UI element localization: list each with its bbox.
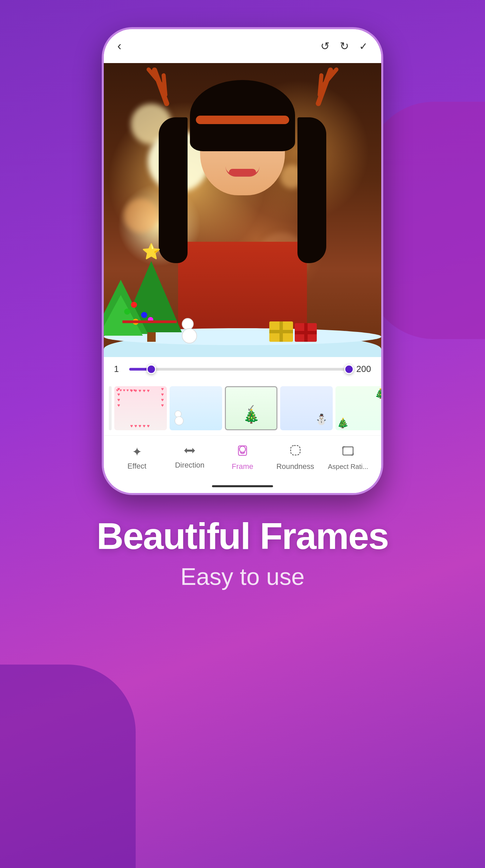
aspect-ratio-label: Aspect Rati...: [328, 463, 368, 471]
slider-thumb-left[interactable]: [147, 364, 156, 374]
toolbar-direction[interactable]: Direction: [169, 446, 210, 470]
tree-trunk: [147, 332, 156, 342]
nav-bar: ‹ ↺ ↻ ✓: [104, 29, 381, 63]
headline: Beautiful Frames: [97, 515, 388, 556]
redo-button[interactable]: ↻: [340, 40, 349, 53]
frame-icon: [236, 445, 249, 459]
frame-thumb-corner[interactable]: 🎄 🎄: [335, 386, 381, 430]
gift-box-1: [269, 321, 293, 342]
svg-rect-2: [291, 446, 300, 455]
svg-rect-3: [343, 447, 353, 455]
christmas-tree: ⭐: [121, 261, 182, 342]
aspect-ratio-icon: [342, 445, 354, 460]
effect-icon: ✦: [132, 445, 142, 459]
snowman-body: [182, 328, 197, 343]
frame-thumb-blue[interactable]: ⛄: [280, 386, 333, 430]
phone-screen: ‹ ↺ ↻ ✓: [102, 27, 383, 495]
snowman: [182, 318, 197, 343]
nav-left: ‹: [117, 39, 121, 53]
lips: [229, 169, 256, 176]
ornament-blue: [141, 312, 147, 318]
frames-strip: ♥♥♥♥♥ ♥♥♥♥♥ ♥♥♥♥ ♥♥♥♥ 🎄 ✓ ⛄: [104, 381, 381, 435]
confirm-button[interactable]: ✓: [359, 40, 368, 52]
frame-label: Frame: [232, 462, 253, 471]
frame-thumb-xmas[interactable]: 🎄 ✓: [225, 386, 277, 430]
gift-box-2: [295, 323, 317, 342]
toolbar-effect[interactable]: ✦ Effect: [117, 445, 157, 471]
gift-ribbon-v2: [304, 323, 308, 342]
gift-2: [295, 323, 317, 342]
slider-thumb-right[interactable]: [344, 364, 354, 374]
bg-wave-left: [0, 665, 136, 868]
headband: [196, 116, 289, 124]
slider-area: 1 200: [104, 357, 381, 381]
home-indicator: [104, 479, 381, 493]
toolbar-frame[interactable]: Frame: [222, 445, 263, 471]
tree-layer3: [104, 295, 143, 336]
slider-max-label: 200: [354, 364, 371, 374]
gift-ribbon-v1: [279, 321, 283, 342]
hair-right: [297, 117, 326, 263]
ornament-red: [131, 302, 137, 308]
direction-icon: [183, 446, 196, 458]
phone-mockup: ‹ ↺ ↻ ✓: [102, 27, 383, 495]
slider-track[interactable]: [129, 368, 349, 371]
hair-left: [159, 117, 188, 263]
svg-point-0: [239, 446, 246, 452]
frame-thumb-hearts[interactable]: ♥♥♥♥♥ ♥♥♥♥♥ ♥♥♥♥ ♥♥♥♥: [114, 386, 167, 430]
bg-wave-right: [366, 102, 485, 339]
toolbar-aspect-ratio[interactable]: Aspect Rati...: [328, 445, 368, 471]
effect-label: Effect: [128, 462, 147, 471]
scroll-indicator: [109, 386, 112, 430]
roundness-icon: [289, 444, 302, 459]
photo-area: ⭐: [104, 63, 381, 357]
gift-1: [269, 321, 293, 342]
undo-button[interactable]: ↺: [321, 40, 330, 53]
nav-right: ↺ ↻ ✓: [321, 40, 368, 53]
ornament-green: [124, 309, 130, 315]
bottom-text-section: Beautiful Frames Easy to use: [97, 515, 388, 590]
home-bar: [212, 485, 273, 487]
slider-min-label: 1: [114, 364, 124, 374]
selected-check: ✓: [247, 402, 256, 415]
direction-label: Direction: [175, 461, 205, 470]
back-button[interactable]: ‹: [117, 39, 121, 53]
frame-thumb-snowman[interactable]: [170, 386, 222, 430]
christmas-scene: ⭐: [104, 289, 381, 357]
subtitle: Easy to use: [97, 563, 388, 590]
roundness-label: Roundness: [276, 462, 314, 471]
bottom-toolbar: ✦ Effect Direction: [104, 435, 381, 479]
toolbar-roundness[interactable]: Roundness: [275, 444, 316, 471]
tree-stripe: [122, 320, 177, 323]
